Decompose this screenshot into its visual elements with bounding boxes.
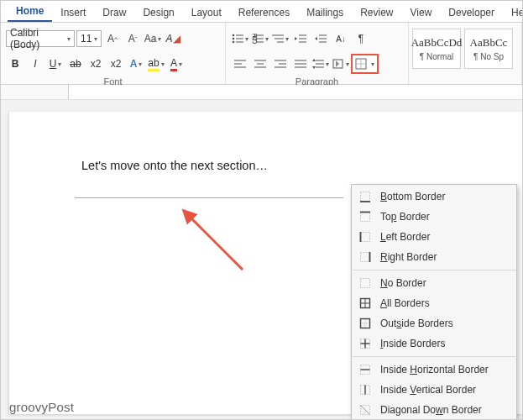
group-font: Calibri (Body)▾ 11▾ A^ Aˇ Aa▾ A◢ B I U▾ … xyxy=(1,23,226,84)
shading-button[interactable]: ▾ xyxy=(332,55,350,73)
menu-item-inside-h[interactable]: Inside Horizontal Border xyxy=(352,360,516,380)
menu-item-label: No Border xyxy=(380,277,426,289)
justify-button[interactable] xyxy=(291,55,310,73)
clear-formatting-button[interactable]: A◢ xyxy=(164,29,182,48)
svg-marker-15 xyxy=(295,37,297,40)
menu-item-outside[interactable]: Outside Borders xyxy=(352,313,516,333)
style-preview-0[interactable]: AaBbCcDd¶ Normal xyxy=(412,29,461,69)
subscript-button[interactable]: x2 xyxy=(86,55,105,73)
font-name-value: Calibri (Body) xyxy=(10,27,65,50)
tab-draw[interactable]: Draw xyxy=(94,3,134,22)
tab-design[interactable]: Design xyxy=(134,3,182,22)
chevron-down-icon: ▾ xyxy=(67,35,71,43)
tab-developer[interactable]: Developer xyxy=(440,3,503,22)
menu-item-bottom[interactable]: Bottom Border xyxy=(352,186,516,207)
tab-mailings[interactable]: Mailings xyxy=(298,3,352,22)
show-marks-button[interactable]: ¶ xyxy=(352,29,370,48)
tab-review[interactable]: Review xyxy=(352,3,401,22)
group-styles: AaBbCcDd¶ NormalAaBbCc¶ No Sp xyxy=(409,23,522,84)
svg-marker-38 xyxy=(312,59,316,61)
menu-item-top[interactable]: Top Border xyxy=(352,207,516,227)
menu-item-label: Bottom Border xyxy=(380,191,445,202)
highlight-button[interactable]: ab▾ xyxy=(147,55,165,73)
font-size-value: 11 xyxy=(81,33,92,45)
none-icon xyxy=(358,276,372,290)
tab-layout[interactable]: Layout xyxy=(183,3,230,22)
decrease-indent-button[interactable] xyxy=(291,29,310,48)
superscript-button[interactable]: x2 xyxy=(107,55,125,73)
tab-references[interactable]: References xyxy=(230,3,298,22)
menu-item-left[interactable]: Left Border xyxy=(352,227,516,247)
annotation-arrow-icon xyxy=(177,204,253,280)
menu-item-label: Outside Borders xyxy=(380,318,453,329)
menu-item-label: Inside Vertical Border xyxy=(380,384,476,396)
bottom-icon xyxy=(358,190,372,203)
sort-button[interactable]: A↓ xyxy=(332,29,350,48)
menu-item-inside[interactable]: Inside Borders xyxy=(352,333,516,354)
horizontal-line[interactable] xyxy=(75,197,343,198)
borders-button[interactable]: ▾ xyxy=(352,55,378,73)
menu-item-label: Diagonal Down Border xyxy=(380,404,482,416)
bold-button[interactable]: B xyxy=(6,55,24,73)
document-text[interactable]: Let's move onto the next section… xyxy=(81,159,268,172)
inside-h-icon xyxy=(358,363,372,376)
menu-item-inside-v[interactable]: Inside Vertical Border xyxy=(352,380,516,400)
chevron-down-icon: ▾ xyxy=(371,60,374,68)
menu-item-all[interactable]: All Borders xyxy=(352,293,516,313)
svg-line-70 xyxy=(361,406,370,415)
svg-rect-49 xyxy=(361,213,370,222)
tab-view[interactable]: View xyxy=(402,3,441,22)
all-icon xyxy=(358,297,372,310)
diag-down-icon xyxy=(358,403,372,417)
svg-marker-39 xyxy=(312,66,316,69)
font-size-combo[interactable]: 11▾ xyxy=(76,30,102,47)
menu-item-right[interactable]: Right Border xyxy=(352,247,516,267)
text-effects-button[interactable]: A▾ xyxy=(127,55,145,73)
style-preview-1[interactable]: AaBbCc¶ No Sp xyxy=(464,29,513,69)
right-icon xyxy=(358,250,372,264)
left-icon xyxy=(358,230,372,244)
font-color-button[interactable]: A▾ xyxy=(167,55,186,73)
menu-item-none[interactable]: No Border xyxy=(352,273,516,293)
bullets-button[interactable]: ▾ xyxy=(231,29,249,48)
inside-icon xyxy=(358,337,372,350)
shrink-font-button[interactable]: Aˇ xyxy=(123,29,142,48)
group-paragraph: ▾ 123▾ ▾ A↓ ¶ ▾ ▾ ▾ Paragraph xyxy=(226,23,409,84)
grow-font-button[interactable]: A^ xyxy=(103,29,122,48)
align-left-button[interactable] xyxy=(231,55,249,73)
align-center-button[interactable] xyxy=(251,55,269,73)
multilevel-list-button[interactable]: ▾ xyxy=(271,29,290,48)
menu-separator xyxy=(353,356,515,357)
tab-insert[interactable]: Insert xyxy=(52,3,94,22)
menu-item-label: Left Border xyxy=(380,231,430,243)
menu-item-label: Right Border xyxy=(380,251,437,263)
align-right-button[interactable] xyxy=(271,55,290,73)
svg-point-0 xyxy=(233,34,235,37)
ribbon: Calibri (Body)▾ 11▾ A^ Aˇ Aa▾ A◢ B I U▾ … xyxy=(1,23,522,85)
numbering-button[interactable]: 123▾ xyxy=(251,29,269,48)
inside-v-icon xyxy=(358,383,372,396)
top-icon xyxy=(358,210,372,223)
increase-indent-button[interactable] xyxy=(311,29,330,48)
ruler[interactable] xyxy=(1,85,522,100)
svg-rect-47 xyxy=(361,192,370,202)
menu-separator xyxy=(353,270,515,270)
menu-item-label: Top Border xyxy=(380,211,430,223)
svg-point-2 xyxy=(233,38,235,40)
svg-point-4 xyxy=(233,41,235,44)
italic-button[interactable]: I xyxy=(26,55,44,73)
chevron-down-icon: ▾ xyxy=(94,35,97,43)
borders-icon xyxy=(355,58,367,70)
menu-item-label: All Borders xyxy=(380,297,430,309)
svg-rect-51 xyxy=(361,233,370,242)
underline-button[interactable]: U▾ xyxy=(46,55,65,73)
change-case-button[interactable]: Aa▾ xyxy=(144,29,162,48)
tab-home[interactable]: Home xyxy=(8,1,52,22)
svg-rect-53 xyxy=(361,253,370,262)
menu-item-diag-down: Diagonal Down Border xyxy=(352,400,516,420)
outside-icon xyxy=(358,317,372,330)
strikethrough-button[interactable]: ab xyxy=(66,55,85,73)
line-spacing-button[interactable]: ▾ xyxy=(311,55,330,73)
tab-help[interactable]: Help xyxy=(503,3,523,22)
font-name-combo[interactable]: Calibri (Body)▾ xyxy=(6,30,75,47)
